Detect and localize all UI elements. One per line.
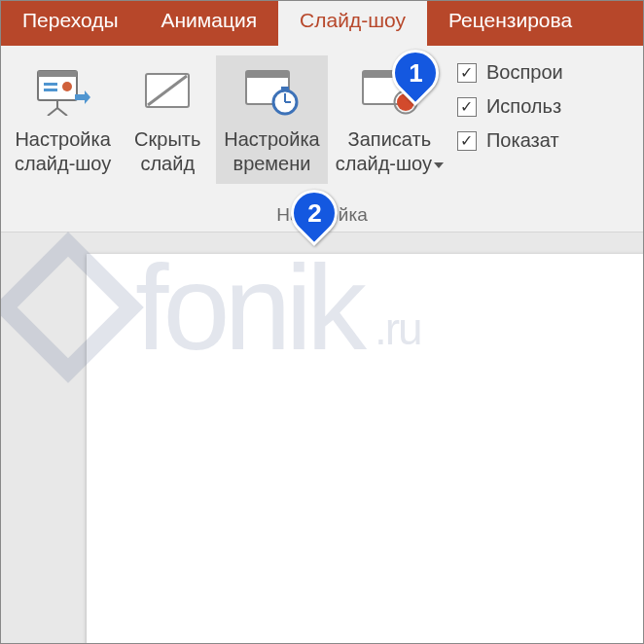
tab-label: Слайд-шоу (300, 9, 406, 32)
checkbox-label: Показат (486, 129, 559, 152)
tab-label: Переходы (22, 9, 119, 32)
use-timings-checkbox[interactable]: ✓ Использ (457, 95, 563, 118)
slide-thumbnail[interactable] (87, 254, 643, 643)
setup-slideshow-icon (36, 61, 90, 122)
rehearse-timings-button[interactable]: Настройка времени (216, 55, 327, 184)
button-label-l1: Записать (348, 127, 431, 152)
ribbon-group-items: Настройка слайд-шоу Скрыть слайд (1, 46, 643, 204)
svg-point-4 (62, 82, 72, 91)
button-label-l1: Скрыть (134, 127, 200, 152)
checkbox-label: Воспрои (486, 61, 563, 84)
checkbox-icon: ✓ (457, 131, 477, 151)
svg-rect-11 (246, 71, 289, 78)
play-narrations-checkbox[interactable]: ✓ Воспрои (457, 61, 563, 84)
tab-label: Анимация (161, 9, 258, 32)
slide-canvas-area (1, 233, 643, 643)
button-label-l1: Настройка (15, 127, 110, 152)
svg-rect-3 (44, 89, 57, 91)
button-label-l2: времени (233, 152, 311, 176)
button-label-l2: слайд (140, 152, 195, 176)
tab-transitions[interactable]: Переходы (1, 1, 140, 46)
tab-animation[interactable]: Анимация (140, 1, 279, 46)
setup-slideshow-button[interactable]: Настройка слайд-шоу (7, 55, 119, 184)
tab-slideshow[interactable]: Слайд-шоу (278, 1, 427, 46)
svg-rect-2 (44, 83, 57, 86)
svg-rect-1 (38, 71, 77, 77)
hide-slide-button[interactable]: Скрыть слайд (119, 55, 216, 184)
svg-line-7 (57, 108, 67, 116)
button-label-l2: слайд-шоу (336, 152, 444, 176)
tab-review[interactable]: Рецензирова (427, 1, 593, 46)
checkbox-icon: ✓ (457, 97, 477, 117)
button-label-l1: Настройка (224, 127, 319, 152)
svg-rect-15 (281, 87, 289, 89)
button-label-l2: слайд-шоу (15, 152, 111, 176)
hide-slide-icon (142, 61, 193, 122)
rehearse-timings-icon (242, 61, 301, 122)
ribbon-tabstrip: Переходы Анимация Слайд-шоу Рецензирова (1, 1, 643, 46)
tab-label: Рецензирова (448, 9, 572, 32)
svg-line-6 (48, 108, 57, 116)
checkbox-label: Использ (486, 95, 561, 118)
chevron-down-icon (434, 162, 444, 168)
ribbon-checkbox-column: ✓ Воспрои ✓ Использ ✓ Показат (451, 55, 563, 152)
show-media-controls-checkbox[interactable]: ✓ Показат (457, 129, 563, 152)
checkbox-icon: ✓ (457, 63, 477, 83)
